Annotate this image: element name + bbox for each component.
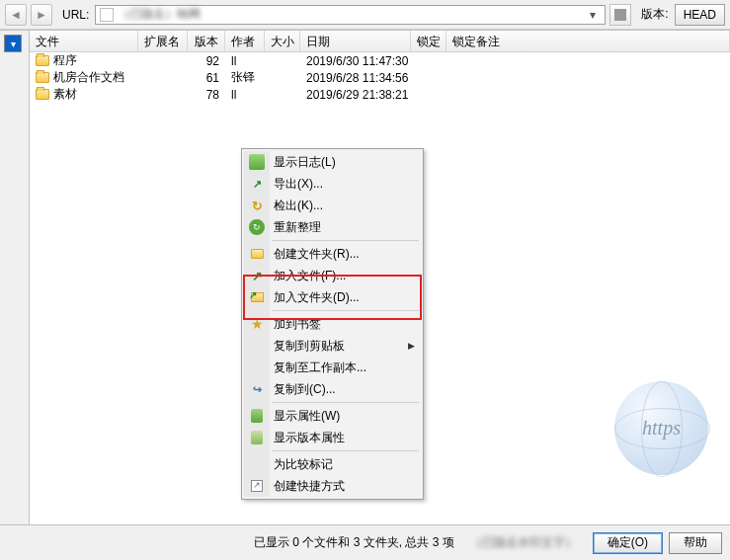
square-icon (614, 9, 626, 21)
table-row[interactable]: 程序 92 ll 2019/6/30 11:47:30 (30, 52, 730, 69)
left-panel: ▾ (0, 31, 30, 524)
chevron-down-icon[interactable]: ▾ (585, 8, 601, 22)
menu-separator (272, 240, 419, 241)
star-icon: ★ (249, 316, 265, 332)
menu-mark-compare[interactable]: 为比较标记 (244, 453, 421, 475)
copy-to-icon: ↪ (249, 381, 265, 397)
log-icon (249, 154, 265, 170)
file-rev: 92 (188, 54, 225, 68)
menu-separator (272, 450, 419, 451)
head-button[interactable]: HEAD (675, 4, 725, 26)
file-name: 机房合作文档 (53, 70, 124, 84)
version-label: 版本: (641, 6, 668, 23)
file-date: 2019/6/29 21:38:21 (300, 88, 411, 102)
globe-watermark: https (614, 381, 708, 475)
col-size[interactable]: 大小 (265, 31, 300, 51)
file-author: 张铎 (225, 69, 265, 86)
compare-icon (249, 456, 265, 472)
help-button[interactable]: 帮助 (669, 532, 722, 554)
menu-show-props[interactable]: 显示属性(W) (244, 405, 421, 427)
menu-show-log[interactable]: 显示日志(L) (244, 151, 421, 173)
col-lockmemo[interactable]: 锁定备注 (446, 31, 730, 51)
menu-add-file[interactable]: ↗加入文件(F)... (244, 265, 421, 286)
context-menu: 显示日志(L) ↗导出(X)... ↻检出(K)... ↻重新整理 创建文件夹(… (241, 148, 424, 500)
menu-copy-wc[interactable]: 复制至工作副本... (244, 357, 421, 378)
shortcut-icon (249, 478, 265, 494)
col-author[interactable]: 作者 (225, 31, 265, 51)
new-folder-icon (249, 246, 265, 262)
add-file-icon: ↗ (249, 268, 265, 283)
menu-copy-to[interactable]: ↪复制到(C)... (244, 378, 421, 400)
col-lock[interactable]: 锁定 (411, 31, 446, 51)
menu-create-folder[interactable]: 创建文件夹(R)... (244, 243, 421, 265)
props-icon (249, 408, 265, 424)
menu-add-bookmark[interactable]: ★加到书签 (244, 313, 421, 335)
checkout-icon: ↻ (249, 198, 265, 213)
go-button[interactable] (609, 4, 631, 26)
folder-icon (36, 55, 49, 66)
toolbar: ◄ ► URL: （已隐去）响网 ▾ 版本: HEAD (0, 0, 730, 30)
table-row[interactable]: 素材 78 ll 2019/6/29 21:38:21 (30, 86, 730, 103)
status-bar: 已显示 0 个文件和 3 文件夹, 总共 3 项 （已隐去水印文字） 确定(O)… (0, 524, 730, 560)
ok-button[interactable]: 确定(O) (593, 532, 663, 554)
page-icon (100, 8, 114, 22)
folder-icon (36, 89, 49, 100)
col-file[interactable]: 文件 (30, 31, 138, 51)
nav-forward-button[interactable]: ► (31, 4, 52, 26)
refresh-icon: ↻ (249, 219, 265, 235)
col-date[interactable]: 日期 (300, 31, 411, 51)
menu-create-shortcut[interactable]: 创建快捷方式 (244, 475, 421, 497)
col-rev[interactable]: 版本 (188, 31, 225, 51)
tree-collapse-icon[interactable]: ▾ (4, 35, 22, 52)
clipboard-icon (249, 338, 265, 354)
file-name: 素材 (53, 87, 77, 101)
copy-wc-icon (249, 360, 265, 375)
col-ext[interactable]: 扩展名 (138, 31, 188, 51)
menu-separator (272, 310, 419, 311)
url-label: URL: (62, 8, 89, 22)
folder-icon (36, 72, 49, 83)
url-input[interactable]: （已隐去）响网 ▾ (95, 5, 606, 25)
arrow-left-icon: ◄ (10, 8, 22, 22)
status-watermark: （已隐去水印文字） (470, 534, 577, 551)
chevron-right-icon: ▶ (408, 341, 415, 351)
file-rev: 61 (188, 71, 225, 85)
file-name: 程序 (53, 53, 77, 67)
menu-show-rev-props[interactable]: 显示版本属性 (244, 427, 421, 448)
export-icon: ↗ (249, 176, 265, 192)
nav-back-button[interactable]: ◄ (5, 4, 27, 26)
url-text: （已隐去）响网 (118, 6, 201, 23)
file-author: ll (225, 54, 265, 68)
status-text: 已显示 0 个文件和 3 文件夹, 总共 3 项 (254, 534, 454, 551)
arrow-right-icon: ► (36, 8, 47, 22)
menu-separator (272, 402, 419, 403)
rev-props-icon (249, 430, 265, 445)
globe-text: https (642, 417, 681, 440)
file-date: 2019/6/28 11:34:56 (300, 71, 411, 85)
table-row[interactable]: 机房合作文档 61 张铎 2019/6/28 11:34:56 (30, 69, 730, 86)
column-headers: 文件 扩展名 版本 作者 大小 日期 锁定 锁定备注 (30, 31, 730, 52)
menu-add-folder[interactable]: 加入文件夹(D)... (244, 286, 421, 308)
file-author: ll (225, 88, 265, 102)
add-folder-icon (249, 289, 265, 305)
file-rev: 78 (188, 88, 225, 102)
menu-checkout[interactable]: ↻检出(K)... (244, 195, 421, 216)
menu-refresh[interactable]: ↻重新整理 (244, 216, 421, 238)
menu-export[interactable]: ↗导出(X)... (244, 173, 421, 195)
menu-copy-clipboard[interactable]: 复制到剪贴板▶ (244, 335, 421, 357)
file-date: 2019/6/30 11:47:30 (300, 54, 411, 68)
